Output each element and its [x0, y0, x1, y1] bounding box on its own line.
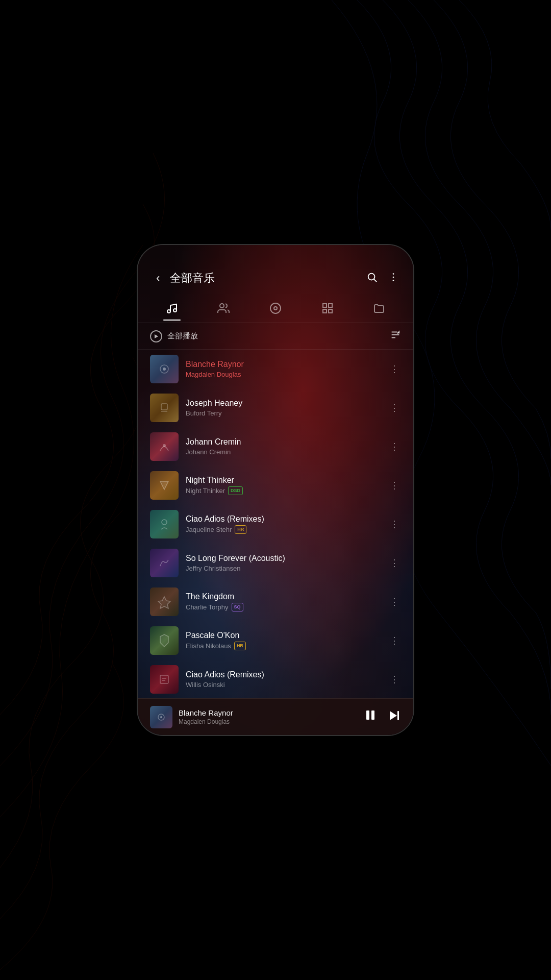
back-button[interactable]: ‹ [152, 270, 164, 287]
list-item[interactable]: Pascale O'Kon Elisha Nikolaus HR ⋮ [138, 621, 413, 660]
list-item[interactable]: So Long Forever (Acoustic) Jeffry Christ… [138, 544, 413, 582]
more-button[interactable]: ⋮ [388, 476, 401, 495]
song-artist: Magdalen Douglas [186, 371, 381, 378]
song-artist: Charlie Torphy SQ [186, 603, 381, 611]
song-title: Pascale O'Kon [186, 631, 381, 640]
song-artist: Jeffry Christiansen [186, 565, 381, 572]
more-button[interactable]: ⋮ [388, 437, 401, 456]
more-button[interactable]: ⋮ [388, 670, 401, 689]
header: ‹ 全部音乐 [138, 245, 413, 295]
song-title: Night Thinker [186, 476, 381, 485]
tab-bar [138, 295, 413, 323]
header-icons [366, 272, 399, 285]
list-item[interactable]: Night Thinker Night Thinker DSD ⋮ [138, 466, 413, 505]
album-art [150, 510, 179, 538]
album-art [150, 665, 179, 694]
svg-point-21 [162, 520, 167, 525]
list-item[interactable]: Johann Cremin Johann Cremin ⋮ [138, 427, 413, 466]
now-playing-bar[interactable]: Blanche Raynor Magdalen Douglas [138, 698, 413, 735]
list-item[interactable]: The Kingdom Charlie Torphy SQ ⋮ [138, 582, 413, 621]
list-item[interactable]: Blanche Raynor Magdalen Douglas ⋮ [138, 350, 413, 388]
song-artist: Elisha Nikolaus HR [186, 642, 381, 650]
quality-badge-dsd: DSD [228, 486, 243, 495]
more-button[interactable]: ⋮ [388, 514, 401, 534]
now-playing-art [150, 706, 172, 728]
song-info: Ciao Adios (Remixes) Jaqueline Stehr HR [186, 514, 381, 534]
quality-badge-hr: HR [234, 642, 246, 650]
album-art [150, 626, 179, 655]
svg-point-20 [163, 444, 166, 447]
tab-folders-icon [373, 302, 385, 316]
list-item[interactable]: Ciao Adios (Remixes) Willis Osinski ⋮ [138, 660, 413, 699]
album-art [150, 432, 179, 461]
playback-controls [363, 708, 401, 726]
svg-point-2 [393, 273, 394, 275]
tab-songs[interactable] [158, 299, 186, 321]
svg-point-6 [270, 303, 281, 313]
more-button[interactable]: ⋮ [388, 631, 401, 650]
song-info: Blanche Raynor Magdalen Douglas [186, 360, 381, 378]
song-title: So Long Forever (Acoustic) [186, 554, 381, 563]
now-playing-artist: Magdalen Douglas [179, 718, 357, 725]
play-all-icon [150, 330, 162, 342]
list-item[interactable]: Ciao Adios (Remixes) Jaqueline Stehr HR … [138, 505, 413, 544]
list-item[interactable]: Joseph Heaney Buford Terry ⋮ [138, 388, 413, 427]
tab-artists[interactable] [209, 299, 238, 321]
pause-button[interactable] [363, 708, 378, 726]
tab-grid-icon [321, 302, 334, 316]
svg-point-0 [368, 273, 375, 280]
play-all-row[interactable]: 全部播放 [138, 323, 413, 350]
svg-rect-30 [397, 711, 399, 720]
page-title: 全部音乐 [170, 271, 360, 286]
tab-albums[interactable] [261, 299, 290, 321]
song-artist: Buford Terry [186, 409, 381, 417]
more-button[interactable]: ⋮ [388, 359, 401, 379]
svg-rect-9 [329, 304, 332, 307]
svg-line-1 [374, 279, 377, 282]
svg-rect-18 [161, 404, 167, 410]
more-button[interactable]: ⋮ [388, 592, 401, 611]
song-info: Pascale O'Kon Elisha Nikolaus HR [186, 631, 381, 650]
tab-artists-icon [217, 302, 230, 316]
svg-rect-10 [323, 309, 327, 313]
album-art [150, 549, 179, 577]
quality-badge-sq: SQ [232, 603, 243, 611]
svg-rect-28 [371, 710, 374, 720]
song-info: Joseph Heaney Buford Terry [186, 399, 381, 417]
song-artist: Jaqueline Stehr HR [186, 525, 381, 534]
now-playing-title: Blanche Raynor [179, 708, 357, 717]
svg-point-4 [393, 280, 394, 281]
song-info: The Kingdom Charlie Torphy SQ [186, 592, 381, 611]
svg-point-3 [393, 276, 394, 278]
song-title: Joseph Heaney [186, 399, 381, 408]
album-art [150, 355, 179, 383]
tab-grid[interactable] [313, 299, 342, 321]
song-info: Ciao Adios (Remixes) Willis Osinski [186, 670, 381, 689]
sort-icon[interactable] [390, 329, 401, 343]
song-title: Blanche Raynor [186, 360, 381, 369]
svg-marker-12 [155, 334, 158, 338]
song-title: Ciao Adios (Remixes) [186, 514, 381, 524]
song-info: Johann Cremin Johann Cremin [186, 437, 381, 456]
album-art [150, 471, 179, 500]
svg-rect-8 [323, 304, 327, 307]
song-list: Blanche Raynor Magdalen Douglas ⋮ Jo [138, 350, 413, 735]
song-artist: Johann Cremin [186, 448, 381, 456]
tab-folders[interactable] [365, 299, 393, 321]
song-title: Ciao Adios (Remixes) [186, 670, 381, 679]
album-art [150, 587, 179, 616]
more-options-icon[interactable] [388, 272, 399, 285]
more-button[interactable]: ⋮ [388, 398, 401, 418]
tab-albums-icon [269, 302, 282, 316]
svg-point-26 [160, 716, 162, 718]
song-info: Night Thinker Night Thinker DSD [186, 476, 381, 495]
next-button[interactable] [388, 709, 401, 725]
svg-rect-11 [329, 309, 332, 313]
song-title: Johann Cremin [186, 437, 381, 447]
song-title: The Kingdom [186, 592, 381, 601]
song-info: So Long Forever (Acoustic) Jeffry Christ… [186, 554, 381, 572]
more-button[interactable]: ⋮ [388, 553, 401, 573]
svg-rect-19 [161, 411, 167, 412]
search-icon[interactable] [366, 272, 378, 285]
album-art [150, 394, 179, 422]
